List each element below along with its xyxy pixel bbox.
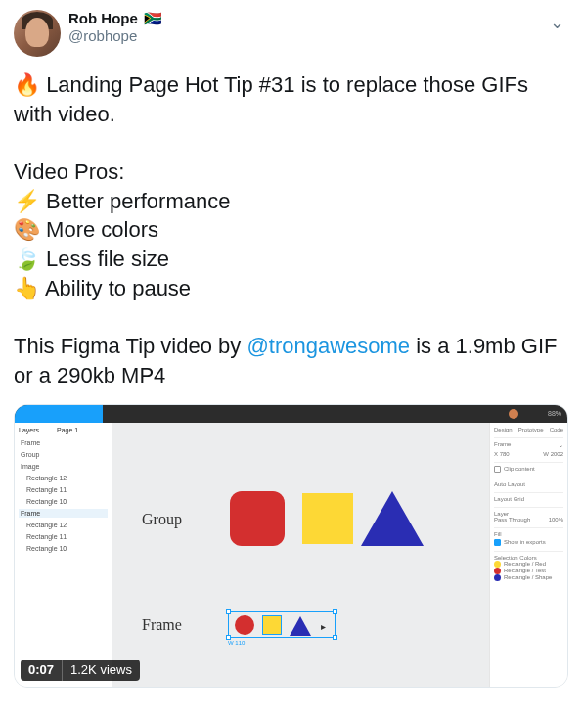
author-display-name: Rob Hope 🇿🇦	[68, 10, 538, 27]
mention-link[interactable]: @trongawesome	[246, 334, 410, 358]
chevron-down-icon[interactable]: ⌄	[546, 10, 568, 35]
figma-inspect-panel: DesignPrototypeCode Frame⌄ X 780W 2002 C…	[489, 423, 567, 687]
yellow-square-icon	[302, 493, 353, 544]
blue-triangle-icon	[361, 491, 424, 546]
figma-avatar-icon	[509, 409, 518, 419]
tweet-header: Rob Hope 🇿🇦 @robhope ⌄	[14, 10, 568, 57]
figma-topbar: 88%	[15, 405, 567, 423]
media-video-card[interactable]: 88% Layers Page 1 Frame Group Image Rect…	[14, 404, 568, 688]
author-block[interactable]: Rob Hope 🇿🇦 @robhope	[68, 10, 538, 45]
blue-triangle-small-icon	[290, 616, 311, 636]
figma-screenshot: 88% Layers Page 1 Frame Group Image Rect…	[15, 405, 567, 687]
flag-icon: 🇿🇦	[144, 10, 162, 26]
video-overlay-bar: 0:07 1.2K views	[21, 660, 140, 681]
video-views: 1.2K views	[63, 662, 140, 677]
avatar[interactable]	[14, 10, 61, 57]
video-time: 0:07	[21, 662, 62, 677]
red-rounded-rect-icon	[230, 491, 285, 546]
figma-zoom: 88%	[548, 410, 561, 417]
red-circle-icon	[235, 615, 254, 635]
figma-canvas: Group Frame ▸ W 110	[112, 423, 489, 687]
figma-layers-panel: Layers Page 1 Frame Group Image Rectangl…	[15, 423, 112, 687]
author-handle: @robhope	[68, 27, 538, 45]
tweet-text: 🔥 Landing Page Hot Tip #31 is to replace…	[14, 70, 568, 390]
yellow-square-small-icon	[262, 615, 282, 635]
